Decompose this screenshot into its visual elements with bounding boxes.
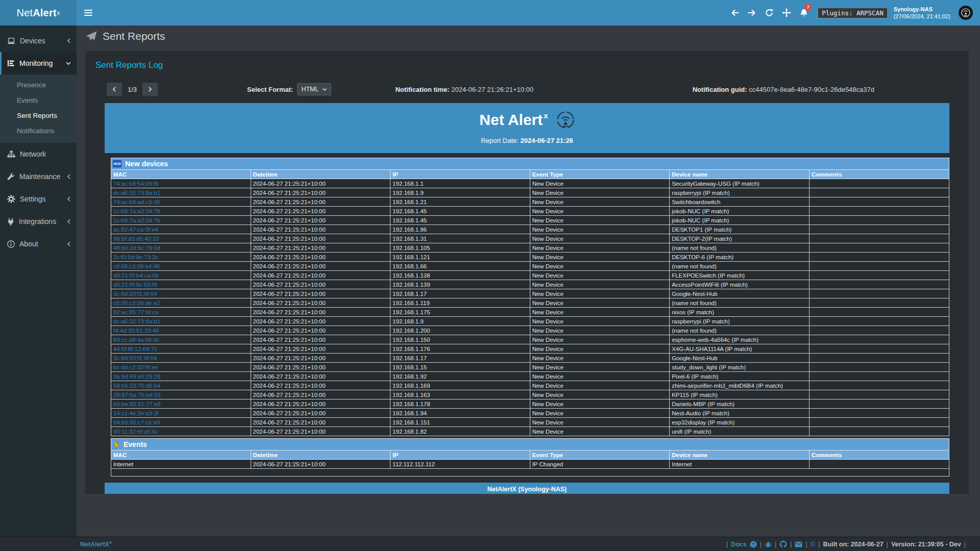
datetime-cell: 2024-06-27 21:25:21+10:00 [251, 234, 390, 243]
license-link[interactable]: © [811, 540, 816, 548]
github-link[interactable] [779, 540, 787, 548]
laptop-icon [7, 37, 15, 45]
mac-link[interactable]: f4:4d:30:61:20:46 [113, 328, 159, 334]
page-title: Sent Reports [103, 30, 165, 42]
table-row: d0:21:f9:b4:ca:0b2024-06-27 21:25:21+10:… [111, 271, 949, 280]
table-row: 84:cc:a8:4a:56:4c2024-06-27 21:25:21+10:… [111, 335, 949, 344]
mac-link[interactable]: 1c:69:7a:a2:34:7b [113, 217, 160, 223]
notifications-button[interactable]: 7 [795, 0, 813, 26]
mac-link[interactable]: 58:b6:23:70:d6:b4 [113, 383, 161, 389]
mac-link[interactable]: 2c:f0:5d:9e:73:2c [113, 254, 158, 260]
mac-link[interactable]: d0:21:f9:b4:ca:0b [113, 272, 159, 279]
name-cell: nixos (IP match) [670, 308, 810, 317]
sidebar-item-network[interactable]: Network [0, 143, 77, 165]
mac-link[interactable]: 44:6f:f8:12:68:71 [113, 346, 157, 352]
event-cell: New Device [530, 280, 670, 289]
report-date: Report Date: 2024-06-27 21:26 [105, 137, 949, 144]
mac-link[interactable]: c0:06:c3:09:de:e2 [113, 300, 160, 306]
footer-brand[interactable]: NetAlertXx [80, 540, 112, 548]
chevron-left-icon [112, 86, 117, 92]
mac-link[interactable]: 74:ac:b9:ad:c3:30 [113, 199, 160, 205]
page-header: Sent Reports [77, 26, 980, 47]
brand-bold: Alert [33, 7, 57, 19]
mac-link[interactable]: 48:b0:2d:5c:79:0d [113, 245, 160, 251]
datetime-cell: 2024-06-27 21:25:21+10:00 [251, 188, 390, 197]
mac-link[interactable]: c0:06:c3:09:e4:46 [113, 263, 160, 269]
event-cell: New Device [530, 253, 670, 262]
event-cell: New Device [530, 344, 670, 354]
sidebar-item-maintenance[interactable]: Maintenance [0, 165, 77, 188]
sidebar-subitem-presence[interactable]: Presence [0, 77, 77, 92]
mac-cell: 92:ac:85:77:fd:ca [111, 308, 251, 317]
mac-cell: 00:11:32:ef:a5:6c [111, 427, 251, 436]
help-link[interactable]: ? [750, 541, 757, 548]
comments-cell [809, 298, 949, 308]
empty-row [111, 469, 949, 477]
datetime-cell: 2024-06-27 21:25:21+10:00 [251, 372, 390, 381]
mac-link[interactable]: dc:a6:32:73:8a:b1 [113, 318, 160, 324]
report-footer-title: NetAlertX (Synology-NAS) [105, 486, 949, 493]
name-cell: DESKTOP-6 (IP match) [670, 253, 810, 262]
event-cell: New Device [530, 409, 670, 418]
sidebar-subitem-notifications[interactable]: Notifications [0, 123, 77, 138]
sidebar-item-devices[interactable]: Devices [0, 30, 77, 52]
mac-link[interactable]: 14:c1:4e:2e:a3:3f [113, 410, 159, 416]
mac-cell: c0:06:c3:09:de:e2 [111, 298, 251, 308]
info-circle-icon [7, 240, 15, 248]
mac-link[interactable]: bc:dd:c2:32:f9:ee [113, 364, 158, 370]
mac-link[interactable]: ac:82:47:ca:0f:e4 [113, 227, 158, 233]
refresh-button[interactable] [761, 0, 778, 26]
name-cell: Internet [670, 460, 810, 469]
datetime-cell: 2024-06-27 21:25:21+10:00 [251, 207, 390, 216]
mac-link[interactable]: 92:ac:85:77:fd:ca [113, 309, 158, 315]
ip-cell: 112.112.112.112 [390, 460, 530, 469]
mac-link[interactable]: 84:cc:a8:4a:56:4c [113, 337, 160, 343]
sidebar-subitem-events[interactable]: Events [0, 92, 77, 108]
docs-link[interactable]: Docs [731, 541, 747, 548]
forward-button[interactable] [743, 0, 761, 26]
sidebar-subitem-sent-reports[interactable]: Sent Reports [0, 108, 77, 123]
next-page-button[interactable] [142, 83, 158, 96]
table-row: f4:4d:30:61:20:462024-06-27 21:25:21+10:… [111, 326, 949, 335]
table-row: 98:5f:d3:d5:40:332024-06-27 21:25:21+10:… [111, 234, 949, 243]
footer-links: | Docs ? | | | | © | Built on: 2024-06-2… [726, 540, 966, 548]
app-logo[interactable]: NetAlertx [0, 0, 77, 26]
datetime-cell: 2024-06-27 21:25:21+10:00 [251, 179, 390, 188]
mac-link[interactable]: 98:5f:d3:d5:40:33 [113, 236, 159, 242]
ip-cell: 192.168.1.86 [390, 225, 530, 234]
netalertx-logo-icon [961, 8, 970, 17]
mac-link[interactable]: dc:a6:32:73:8a:b1 [113, 190, 160, 196]
content-area: Sent Reports Sent Reports Log 1/3 Select… [77, 26, 980, 537]
sidebar-item-settings[interactable]: Settings [0, 188, 77, 210]
email-link[interactable] [795, 541, 802, 547]
name-cell: DESKTOP-2(IP match) [670, 234, 810, 243]
sidebar-toggle-button[interactable] [77, 0, 100, 26]
fullscreen-button[interactable] [778, 0, 795, 26]
user-avatar[interactable] [959, 6, 973, 20]
notification-count-badge: 7 [804, 4, 812, 11]
comments-cell [809, 399, 949, 409]
sidebar-item-integrations[interactable]: Integrations [0, 210, 77, 233]
mac-link[interactable]: b0:be:83:51:77:e8 [113, 401, 161, 407]
comments-cell [809, 326, 949, 335]
format-select[interactable]: HTML [297, 83, 331, 95]
mac-link[interactable]: 74:ac:b9:54:09:fb [113, 181, 159, 187]
mac-link[interactable]: 3c:8d:20:f1:9f:04 [113, 291, 157, 297]
sidebar-item-about[interactable]: About [0, 233, 77, 255]
chevron-left-icon [66, 196, 71, 202]
mac-cell: 28:87:ba:76:ed:03 [111, 390, 251, 399]
back-button[interactable] [726, 0, 743, 26]
bug-report-link[interactable] [765, 541, 772, 548]
mac-link[interactable]: 28:87:ba:76:ed:03 [113, 392, 161, 398]
mac-link[interactable]: 3a:9d:69:e0:29:28 [113, 373, 161, 380]
mac-link[interactable]: 3c:8d:20:f1:9f:04 [113, 355, 157, 361]
column-ip: IP [390, 450, 530, 460]
bug-icon [765, 541, 772, 548]
mac-link[interactable]: 94:b5:55:c7:cb:e0 [113, 419, 160, 425]
mac-link[interactable]: 00:11:32:ef:a5:6c [113, 429, 158, 435]
prev-page-button[interactable] [107, 83, 122, 96]
sidebar-item-monitoring[interactable]: Monitoring [0, 52, 77, 74]
ip-cell: 192.168.1.17 [390, 289, 530, 298]
mac-link[interactable]: 1c:69:7a:a2:34:7b [113, 208, 160, 214]
mac-link[interactable]: d0:21:f9:8c:59:f9 [113, 282, 157, 288]
